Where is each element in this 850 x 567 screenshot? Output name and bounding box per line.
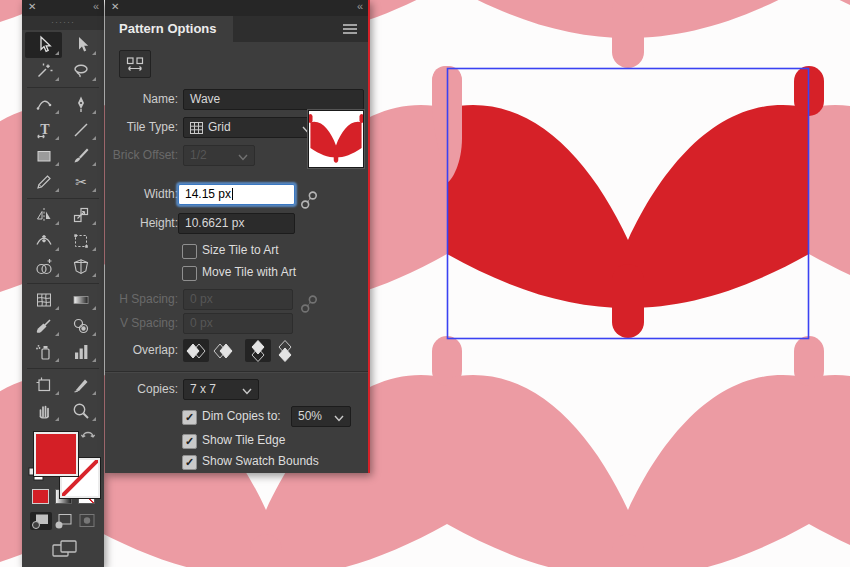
direct-selection-tool[interactable] bbox=[62, 32, 99, 58]
dim-copies-row: ✓ Dim Copies to: 50% bbox=[105, 406, 368, 427]
draw-behind-mode-button[interactable] bbox=[53, 512, 75, 530]
dim-copies-dropdown[interactable]: 50% bbox=[291, 406, 351, 427]
fill-color-swatch[interactable] bbox=[34, 432, 78, 476]
move-tile-checkbox[interactable] bbox=[182, 266, 197, 281]
swap-fill-stroke-icon[interactable] bbox=[80, 428, 96, 440]
zoom-tool[interactable] bbox=[62, 398, 99, 424]
free-transform-icon bbox=[71, 231, 91, 251]
gradient-tool[interactable] bbox=[62, 287, 99, 313]
pencil-tool[interactable] bbox=[25, 169, 62, 195]
artboard-tool[interactable] bbox=[25, 372, 62, 398]
dim-copies-value: 50% bbox=[298, 409, 322, 423]
symbol-sprayer-tool[interactable] bbox=[25, 339, 62, 365]
direct-selection-icon bbox=[71, 35, 91, 55]
collapse-panel-icon[interactable]: « bbox=[357, 0, 362, 12]
dim-copies-checkbox[interactable]: ✓ bbox=[182, 410, 197, 425]
gradient-icon bbox=[71, 290, 91, 310]
rectangle-tool[interactable] bbox=[25, 143, 62, 169]
name-row: Name: Wave bbox=[105, 89, 368, 110]
copies-row: Copies: 7 x 7 bbox=[105, 379, 368, 400]
pen-tool[interactable] bbox=[62, 91, 99, 117]
tile-type-value: Grid bbox=[208, 120, 231, 134]
eyedropper-icon bbox=[34, 316, 54, 336]
pattern-tile-tool-icon bbox=[125, 56, 145, 72]
hand-icon bbox=[34, 401, 54, 421]
show-swatch-bounds-row: ✓ Show Swatch Bounds bbox=[105, 451, 368, 472]
mesh-icon bbox=[34, 290, 54, 310]
v-spacing-label: V Spacing: bbox=[105, 313, 178, 334]
perspective-grid-tool[interactable] bbox=[62, 254, 99, 280]
lasso-tool[interactable] bbox=[62, 58, 99, 84]
pencil-icon bbox=[34, 172, 54, 192]
show-tile-edge-checkbox[interactable]: ✓ bbox=[182, 434, 197, 449]
width-input[interactable]: 14.15 px bbox=[178, 184, 295, 205]
eyedropper-tool[interactable] bbox=[25, 313, 62, 339]
magic-wand-tool[interactable] bbox=[25, 58, 62, 84]
selection-tool[interactable] bbox=[25, 32, 62, 58]
copies-label: Copies: bbox=[105, 379, 178, 400]
scissors-icon bbox=[71, 172, 91, 192]
show-swatch-bounds-checkbox[interactable]: ✓ bbox=[182, 455, 197, 470]
artboard-icon bbox=[34, 375, 54, 395]
size-tile-checkbox[interactable] bbox=[182, 244, 197, 259]
blend-tool[interactable] bbox=[62, 313, 99, 339]
overlap-right-in-front-button[interactable] bbox=[210, 339, 236, 362]
draw-inside-mode-button[interactable] bbox=[76, 512, 98, 530]
screen-mode-button[interactable] bbox=[50, 538, 80, 560]
brick-offset-value: 1/2 bbox=[190, 148, 207, 162]
color-button[interactable] bbox=[32, 489, 49, 504]
pattern-options-panel: ✕ « Pattern Options Name: Wave Tile Type… bbox=[105, 0, 370, 473]
illustrator-workspace: ✕ « ······ ✕ « Pattern Options bbox=[0, 0, 850, 567]
height-input[interactable]: 10.6621 px bbox=[178, 213, 295, 234]
move-tile-label: Move Tile with Art bbox=[202, 262, 296, 283]
mesh-tool[interactable] bbox=[25, 287, 62, 313]
overlap-right-in-front-icon bbox=[210, 340, 236, 362]
overlap-top-in-front-button[interactable] bbox=[245, 339, 271, 362]
show-tile-edge-row: ✓ Show Tile Edge bbox=[105, 430, 368, 451]
shape-builder-tool[interactable] bbox=[25, 254, 62, 280]
paintbrush-tool[interactable] bbox=[62, 143, 99, 169]
chevron-down-icon bbox=[241, 386, 253, 396]
blend-icon bbox=[71, 316, 91, 336]
panel-grip[interactable]: ······ bbox=[22, 16, 104, 30]
scale-tool[interactable] bbox=[62, 202, 99, 228]
scissors-tool[interactable] bbox=[62, 169, 99, 195]
show-tile-edge-label: Show Tile Edge bbox=[202, 430, 285, 451]
v-spacing-row: V Spacing: 0 px bbox=[105, 313, 368, 334]
link-dimensions-icon[interactable] bbox=[299, 189, 319, 211]
overlap-left-in-front-button[interactable] bbox=[183, 339, 209, 362]
copies-dropdown[interactable]: 7 x 7 bbox=[183, 379, 259, 400]
curvature-icon bbox=[34, 94, 54, 114]
scale-icon bbox=[71, 205, 91, 225]
pattern-tile-tool-button[interactable] bbox=[119, 50, 151, 78]
close-icon[interactable]: ✕ bbox=[28, 1, 36, 12]
hand-tool[interactable] bbox=[25, 398, 62, 424]
zoom-icon bbox=[71, 401, 91, 421]
slice-tool[interactable] bbox=[62, 372, 99, 398]
curvature-tool[interactable] bbox=[25, 91, 62, 117]
line-segment-icon bbox=[71, 120, 91, 140]
h-spacing-row: H Spacing: 0 px bbox=[105, 289, 368, 310]
selection-icon bbox=[34, 35, 54, 55]
type-tool[interactable] bbox=[25, 117, 62, 143]
close-icon[interactable]: ✕ bbox=[111, 1, 119, 12]
collapse-panel-icon[interactable]: « bbox=[93, 0, 98, 12]
line-segment-tool[interactable] bbox=[62, 117, 99, 143]
draw-normal-mode-button[interactable] bbox=[30, 512, 52, 530]
tile-type-dropdown[interactable]: Grid bbox=[183, 117, 319, 138]
overlap-left-in-front-icon bbox=[183, 340, 209, 362]
overlap-bottom-in-front-icon bbox=[272, 340, 298, 362]
free-transform-tool[interactable] bbox=[62, 228, 99, 254]
column-graph-tool[interactable] bbox=[62, 339, 99, 365]
reflect-tool[interactable] bbox=[25, 202, 62, 228]
width-value: 14.15 px bbox=[185, 187, 231, 201]
panel-menu-icon[interactable] bbox=[340, 21, 360, 37]
h-spacing-label: H Spacing: bbox=[105, 289, 178, 310]
text-caret bbox=[232, 188, 233, 200]
brick-offset-label: Brick Offset: bbox=[105, 145, 178, 166]
overlap-bottom-in-front-button[interactable] bbox=[272, 339, 298, 362]
tab-pattern-options[interactable]: Pattern Options bbox=[105, 16, 233, 42]
width-tool[interactable] bbox=[25, 228, 62, 254]
pattern-swatch-art bbox=[309, 111, 363, 167]
name-input[interactable]: Wave bbox=[183, 89, 364, 110]
